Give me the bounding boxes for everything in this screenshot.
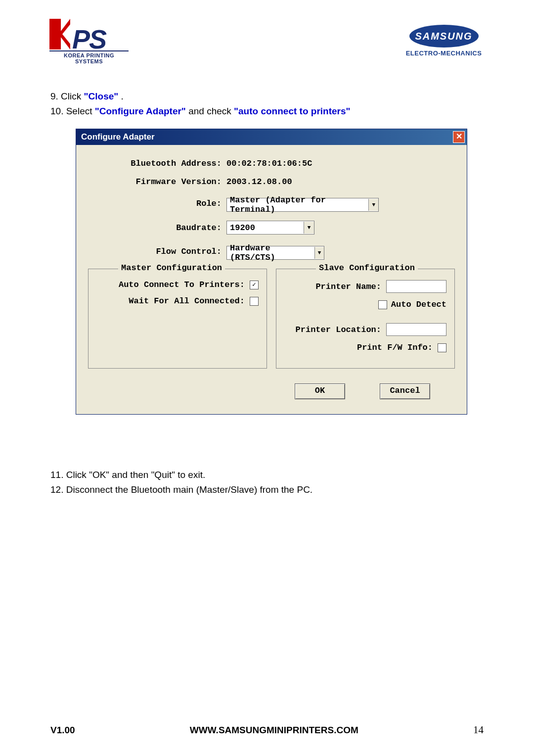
samsung-brand-text: SAMSUNG <box>415 31 472 42</box>
role-select-value: Master (Adapter for Terminal) <box>230 195 365 214</box>
blue-text: "Quit" <box>151 470 175 480</box>
samsung-subtitle: ELECTRO-MECHANICS <box>403 49 485 57</box>
dialog-button-row: OK Cancel <box>88 369 455 404</box>
row-printer-location: Printer Location: <box>284 323 446 336</box>
label-wait-all: Wait For All Connected: <box>96 296 250 306</box>
label-auto-connect: Auto Connect To Printers: <box>96 280 250 289</box>
close-icon[interactable]: ✕ <box>453 131 465 143</box>
dialog-titlebar: Configure Adapter ✕ <box>76 129 467 145</box>
row-print-fw-info: Print F/W Info: <box>284 343 446 352</box>
ok-button[interactable]: OK <box>295 383 345 399</box>
text: 11. Click <box>50 470 89 480</box>
row-role: Role: Master (Adapter for Terminal) ▼ <box>88 195 455 212</box>
printer-location-input[interactable] <box>386 323 446 336</box>
value-firmware-version: 2003.12.08.00 <box>226 177 455 187</box>
footer-version: V1.00 <box>50 725 75 736</box>
blue-text: "auto connect to printers" <box>234 106 350 116</box>
label-printer-name: Printer Name: <box>284 282 386 291</box>
label-print-fw-info: Print F/W Info: <box>284 343 438 352</box>
master-group-legend: Master Configuration <box>118 263 225 273</box>
samsung-logo: SAMSUNG ELECTRO-MECHANICS <box>403 25 485 57</box>
baudrate-select[interactable]: 19200 ▼ <box>226 221 314 235</box>
chevron-down-icon: ▼ <box>368 199 378 211</box>
row-firmware-version: Firmware Version: 2003.12.08.00 <box>88 177 455 187</box>
text: 9. Click <box>50 91 84 101</box>
page: PS KOREA PRINTING SYSTEMS SAMSUNG ELECTR… <box>0 0 534 756</box>
instructions-below: 11. Click "OK" and then "Quit" to exit. … <box>50 468 466 498</box>
label-firmware-version: Firmware Version: <box>88 177 226 187</box>
flow-control-select-value: Hardware (RTS/CTS) <box>230 243 312 262</box>
cancel-button[interactable]: Cancel <box>380 383 430 399</box>
label-flow-control: Flow Control: <box>88 247 226 256</box>
configure-adapter-dialog: Configure Adapter ✕ Bluetooth Address: 0… <box>76 129 467 415</box>
text: 10. Select <box>50 106 95 116</box>
row-flow-control: Flow Control: Hardware (RTS/CTS) ▼ <box>88 243 455 260</box>
slave-group-legend: Slave Configuration <box>316 263 418 273</box>
auto-connect-checkbox[interactable] <box>250 281 259 289</box>
kps-logo-shape: PS <box>49 19 129 49</box>
value-bluetooth-address: 00:02:78:01:06:5C <box>226 159 455 168</box>
footer-url: WWW.SAMSUNGMINIPRINTERS.COM <box>190 725 358 736</box>
master-configuration-group: Master Configuration Auto Connect To Pri… <box>88 269 267 369</box>
flow-control-select[interactable]: Hardware (RTS/CTS) ▼ <box>226 246 324 260</box>
auto-detect-checkbox[interactable] <box>378 300 387 309</box>
row-auto-connect: Auto Connect To Printers: <box>96 280 259 289</box>
label-auto-detect: Auto Detect <box>391 300 446 309</box>
instruction-step-9: 9. Click "Close" . <box>50 89 466 104</box>
chevron-down-icon: ▼ <box>304 222 314 234</box>
chevron-down-icon: ▼ <box>314 247 324 259</box>
page-footer: V1.00 WWW.SAMSUNGMINIPRINTERS.COM 14 <box>0 724 534 736</box>
label-bluetooth-address: Bluetooth Address: <box>88 159 226 168</box>
row-auto-detect: Auto Detect <box>284 300 446 309</box>
dialog-body: Bluetooth Address: 00:02:78:01:06:5C Fir… <box>76 145 467 414</box>
text: . <box>118 91 124 101</box>
dialog-title: Configure Adapter <box>81 132 155 142</box>
blue-text: "Close" <box>84 91 119 101</box>
kps-logo: PS KOREA PRINTING SYSTEMS <box>49 19 129 64</box>
value-baudrate: 19200 ▼ <box>226 221 455 235</box>
value-flow-control: Hardware (RTS/CTS) ▼ <box>226 243 455 260</box>
instruction-step-10: 10. Select "Configure Adapter" and check… <box>50 104 466 119</box>
blue-text: "Configure Adapter" <box>95 106 186 116</box>
value-role: Master (Adapter for Terminal) ▼ <box>226 195 455 212</box>
row-baudrate: Baudrate: 19200 ▼ <box>88 221 455 235</box>
label-baudrate: Baudrate: <box>88 223 226 233</box>
text: and check <box>186 106 234 116</box>
blue-text: "OK" <box>89 470 109 480</box>
wait-all-checkbox[interactable] <box>250 297 259 306</box>
slave-configuration-group: Slave Configuration Printer Name: Auto D… <box>276 269 455 369</box>
label-printer-location: Printer Location: <box>284 325 386 334</box>
row-bluetooth-address: Bluetooth Address: 00:02:78:01:06:5C <box>88 159 455 168</box>
group-container: Master Configuration Auto Connect To Pri… <box>88 269 455 369</box>
text: and then <box>109 470 151 480</box>
print-fw-info-checkbox[interactable] <box>438 343 446 352</box>
kps-ps-text: PS <box>72 27 106 51</box>
row-printer-name: Printer Name: <box>284 280 446 293</box>
row-wait-all: Wait For All Connected: <box>96 296 259 306</box>
instructions-top: 9. Click "Close" . 10. Select "Configure… <box>50 89 466 119</box>
baudrate-select-value: 19200 <box>230 223 255 233</box>
printer-name-input[interactable] <box>386 280 446 293</box>
instruction-step-11: 11. Click "OK" and then "Quit" to exit. <box>50 468 466 482</box>
footer-page-number: 14 <box>473 724 484 736</box>
kps-k-icon <box>49 19 70 49</box>
instruction-step-12: 12. Disconnect the Bluetooth main (Maste… <box>50 482 466 497</box>
role-select[interactable]: Master (Adapter for Terminal) ▼ <box>226 198 379 212</box>
text: to exit. <box>175 470 205 480</box>
samsung-oval-icon: SAMSUNG <box>409 25 479 47</box>
label-role: Role: <box>88 199 226 208</box>
